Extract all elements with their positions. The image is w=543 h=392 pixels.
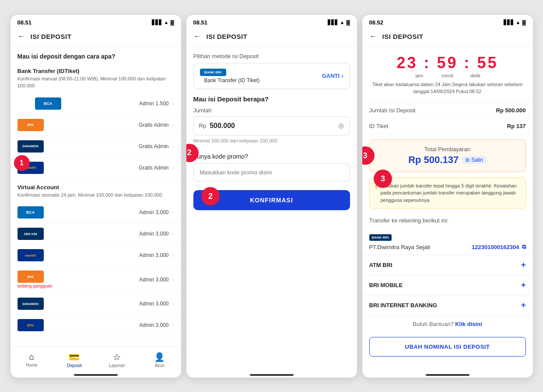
total-amount-value: Rp 500.137 [408, 154, 459, 166]
method-label: Pilihan metode isi Deposit [193, 53, 259, 59]
total-amount-row: Rp 500.137 ⧉ Salin [376, 154, 519, 166]
bri-logo: DANAMON [18, 140, 44, 153]
wifi-icon-2: ▲ [340, 20, 345, 25]
timer-display: 23 : 59 : 55 [369, 54, 526, 72]
va-title: Virtual Account [11, 179, 181, 191]
va-mandiri-admin: Admin 3.000 [139, 252, 168, 258]
va-bri-logo: SMS KIM [18, 228, 44, 240]
total-area: 3 Total Pembayaran Rp 500.137 ⧉ Salin [362, 139, 533, 172]
warning-text: Pastikan jumlah transfer tepat hingga 5 … [381, 182, 520, 204]
laporan-icon: ☆ [113, 352, 121, 362]
va-item-mandiri[interactable]: mandiri Admin 3.000 › [11, 245, 181, 266]
atm-bri-section[interactable]: ATM BRI + [362, 255, 533, 275]
jumlah-label: Jumlah Isi Deposit [369, 107, 416, 114]
mandiri-admin: Gratis Admin [139, 165, 169, 171]
va-bni-logo: BNI [18, 271, 44, 283]
timer-labels: jam menit detik [369, 73, 526, 78]
question-1: Mau isi deposit dengan cara apa? [11, 47, 181, 62]
change-nominal-button[interactable]: UBAH NOMINAL ISI DEPOSIT [369, 337, 526, 357]
va-bni-note: sedang gangguan [18, 284, 53, 288]
va-item-danamon[interactable]: DANAMON Admin 3.000 › [11, 293, 181, 315]
va-bca-chevron-icon: › [172, 209, 174, 215]
recipient-row: PT.Dwimitra Raya Sejati 122301000162304 … [369, 243, 526, 250]
timer-detik-label: detik [468, 73, 483, 78]
help-link[interactable]: Klik disini [455, 321, 482, 327]
total-payment-card: Total Pembayaran Rp 500.137 ⧉ Salin [369, 139, 526, 172]
bni-admin: Gratis Admin [139, 122, 169, 128]
clear-icon[interactable]: ⊗ [338, 121, 344, 131]
timer-seconds: 55 [477, 54, 498, 72]
account-number: 122301000162304 ⧉ [472, 243, 525, 250]
va-danamon-chevron-icon: › [172, 301, 174, 307]
atm-bri-label: ATM BRI [369, 262, 392, 268]
back-button-1[interactable]: ← [18, 32, 25, 41]
signal-icon-3: ▋▋▋ [504, 20, 514, 25]
nav-akun-label: Akun [154, 363, 165, 368]
bca-admin: Admin 1.500 [139, 101, 168, 107]
id-tiket-label: ID Tiket [369, 123, 389, 129]
screen-1: 08.51 ▋▋▋ ▲ ▓ ← ISI DEPOSIT Mau isi depo… [11, 15, 181, 378]
status-bar-3: 08.52 ▋▋▋ ▲ ▓ [362, 15, 533, 28]
nav-laporan[interactable]: ☆ Laporan [96, 350, 139, 370]
bca-chevron-icon: › [172, 101, 174, 107]
va-item-bni[interactable]: BNI sedang gangguan Admin 3.000 › [11, 266, 181, 293]
va-danamon-admin: Admin 3.000 [139, 301, 168, 307]
bank-transfer-title: Bank Transfer (IDTiket) [11, 62, 181, 75]
bank-item-mandiri[interactable]: mandiri Gratis Admin › [11, 157, 181, 179]
method-section: Pilihan metode isi Deposit [186, 47, 357, 63]
bni-logo: BNI [18, 119, 44, 131]
back-button-2[interactable]: ← [193, 32, 201, 41]
status-bar-1: 08.51 ▋▋▋ ▲ ▓ [11, 15, 181, 28]
summary-jumlah: Jumlah Isi Deposit Rp 500.000 [362, 103, 533, 118]
bri-internet-section[interactable]: BRI INTERNET BANKING + [362, 295, 533, 316]
timer-jam-label: jam [412, 73, 427, 78]
va-bni-admin: Admin 3.000 [139, 277, 168, 283]
amount-input-wrap[interactable]: Rp ⊗ [193, 116, 350, 135]
timer-sep1: : [424, 54, 437, 72]
bri-mobile-section[interactable]: BRI MOBILE + [362, 275, 533, 295]
home-bar-2 [250, 374, 294, 376]
nav-deposit[interactable]: 💳 Deposit [53, 350, 96, 370]
bank-item-bri[interactable]: DANAMON Gratis Admin › [11, 136, 181, 157]
promo-input[interactable] [193, 163, 350, 181]
bank-item-bca[interactable]: BCA Admin 1.500 › [11, 93, 181, 114]
header-2: ← ISI DEPOSIT [186, 28, 357, 47]
va-bri-admin: Admin 3.000 [139, 231, 168, 237]
page-title-2: ISI DEPOSIT [207, 33, 248, 40]
bank-transfer-row: BANK BRI PT.Dwimitra Raya Sejati 1223010… [362, 228, 533, 255]
amount-hint: Minimal 100.000 dan kelipatan 100.000 [193, 138, 350, 143]
time-1: 08.51 [18, 19, 32, 26]
warning-card: ℹ Pastikan jumlah transfer tepat hingga … [369, 177, 526, 209]
back-button-3[interactable]: ← [369, 32, 377, 41]
jumlah-value: Rp 500.000 [496, 107, 526, 114]
deposit-icon: 💳 [69, 352, 80, 362]
salin-label: Salin [471, 157, 483, 163]
status-icons-1: ▋▋▋ ▲ ▓ [152, 20, 174, 25]
va-item-bca[interactable]: BCA Admin 3.000 › [11, 202, 181, 223]
summary-id: ID Tiket Rp 137 [362, 118, 533, 134]
total-label: Total Pembayaran [376, 146, 519, 153]
va-item-bpd[interactable]: BPD Admin 3.000 › [11, 315, 181, 336]
signal-icon-2: ▋▋▋ [328, 20, 338, 25]
va-bca-logo: BCA [18, 206, 44, 219]
salin-button[interactable]: ⧉ Salin [462, 156, 487, 164]
page-title-3: ISI DEPOSIT [382, 33, 424, 40]
content-3: 23 : 59 : 55 jam menit detik Tiket akan … [362, 47, 533, 371]
amount-input[interactable] [210, 122, 337, 130]
va-bpd-chevron-icon: › [172, 322, 174, 328]
copy-account-icon[interactable]: ⧉ [522, 243, 526, 250]
va-bri-chevron-icon: › [172, 231, 174, 237]
content-2: Pilihan metode isi Deposit BANK BRI Bank… [186, 47, 357, 371]
wifi-icon-3: ▲ [516, 20, 521, 25]
battery-icon-2: ▓ [346, 20, 350, 25]
ganti-button[interactable]: GANTI › [322, 73, 343, 79]
bri-mobile-expand-icon: + [521, 281, 526, 290]
step-3-badge-overlay: 3 [374, 170, 392, 188]
nav-home-label: Home [26, 363, 38, 368]
bank-item-bni[interactable]: BNI Gratis Admin › [11, 114, 181, 136]
nav-home[interactable]: ⌂ Home [11, 350, 53, 370]
nav-akun[interactable]: 👤 Akun [138, 350, 181, 370]
bri-bank-logo: BANK BRI [369, 234, 392, 241]
deposit-amount-section: Mau isi Deposit berapa? Jumlah Rp ⊗ Mini… [186, 89, 357, 153]
va-item-bri[interactable]: SMS KIM Admin 3.000 › [11, 223, 181, 245]
